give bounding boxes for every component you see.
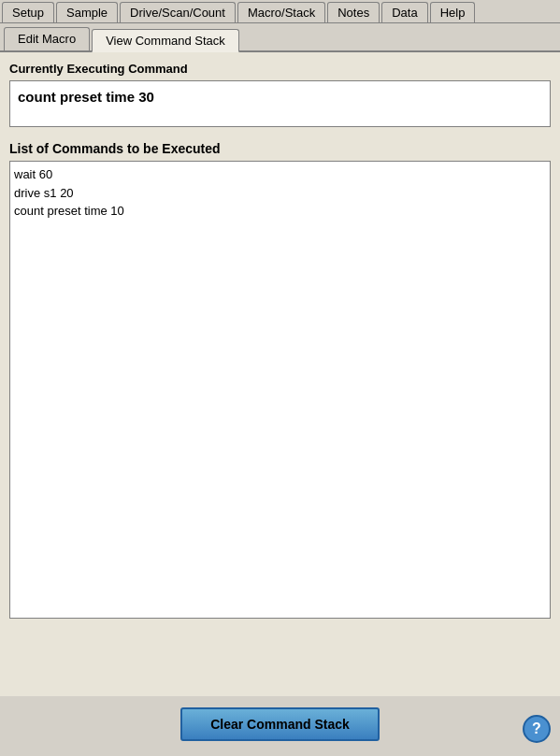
- commands-list[interactable]: wait 60 drive s1 20 count preset time 10: [10, 162, 550, 618]
- menu-notes[interactable]: Notes: [327, 2, 380, 22]
- current-command-value: count preset time 30: [9, 80, 551, 127]
- current-command-label: Currently Executing Command: [9, 62, 551, 76]
- commands-list-wrapper: wait 60 drive s1 20 count preset time 10: [9, 161, 551, 619]
- menu-bar: Setup Sample Drive/Scan/Count Macro/Stac…: [0, 0, 560, 23]
- menu-data[interactable]: Data: [381, 2, 427, 22]
- menu-macro-stack[interactable]: Macro/Stack: [237, 2, 325, 22]
- tab-view-command-stack[interactable]: View Command Stack: [92, 29, 239, 52]
- menu-setup[interactable]: Setup: [2, 2, 54, 22]
- bottom-area: Clear Command Stack ?: [0, 696, 560, 752]
- menu-sample[interactable]: Sample: [56, 2, 118, 22]
- help-button[interactable]: ?: [523, 715, 551, 743]
- list-item: count preset time 10: [14, 202, 546, 221]
- main-content: Currently Executing Command count preset…: [0, 52, 560, 752]
- command-list-label: List of Commands to be Executed: [9, 141, 551, 156]
- list-item: drive s1 20: [14, 184, 546, 203]
- tab-bar: Edit Macro View Command Stack: [0, 23, 560, 52]
- menu-help[interactable]: Help: [430, 2, 476, 22]
- tab-edit-macro[interactable]: Edit Macro: [4, 27, 90, 50]
- list-item: wait 60: [14, 165, 546, 184]
- clear-command-stack-button[interactable]: Clear Command Stack: [180, 707, 380, 741]
- menu-drive-scan-count[interactable]: Drive/Scan/Count: [120, 2, 236, 22]
